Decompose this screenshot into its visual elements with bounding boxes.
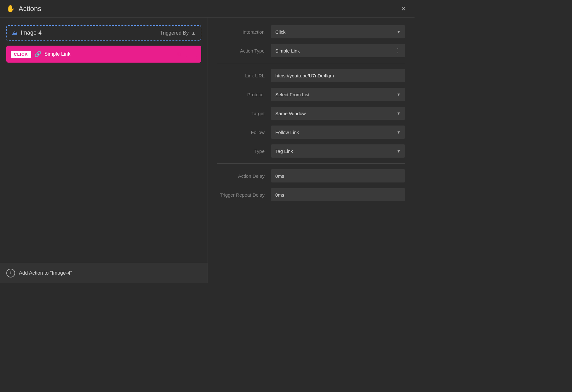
form-row-trigger-repeat-delay: Trigger Repeat Delay 0ms [217,188,405,201]
interaction-dropdown[interactable]: Click ▼ [271,25,405,38]
click-badge: CLICK [11,51,31,58]
right-panel: Interaction Click ▼ Action Type Simple L… [208,18,415,283]
label-follow: Follow [217,130,271,135]
protocol-dropdown[interactable]: Select From List ▼ [271,88,405,101]
trigger-name: Image-4 [21,30,42,36]
chevron-up-icon: ▲ [191,31,196,36]
delete-action-button[interactable]: 🗑 [186,49,197,59]
interaction-value: Click [275,29,286,35]
label-action-type: Action Type [217,48,271,53]
chevron-down-icon-3: ▼ [397,111,401,116]
follow-value: Follow Link [275,130,299,135]
label-type: Type [217,148,271,154]
follow-dropdown[interactable]: Follow Link ▼ [271,126,405,139]
header-left: ✋ Actions [6,5,41,13]
label-target: Target [217,111,271,116]
chevron-down-icon-4: ▼ [397,130,401,135]
form-row-protocol: Protocol Select From List ▼ [217,88,405,101]
trigger-card[interactable]: ⛰ Image-4 Triggered By ▲ [6,25,201,41]
plus-symbol: + [9,270,13,277]
main-layout: ⛰ Image-4 Triggered By ▲ CLICK 🔗 Simple … [0,18,415,283]
panel-header: ✋ Actions × [0,0,415,18]
copy-action-button[interactable]: ⧉ [174,49,184,59]
link-icon: 🔗 [34,51,41,58]
action-type-dropdown[interactable]: Simple Link ⋮ [271,44,405,57]
action-row: CLICK 🔗 Simple Link ⧉ 🗑 [6,46,201,63]
action-row-right: ⧉ 🗑 [174,49,197,59]
type-value: Tag Link [275,148,293,154]
panel-title: Actions [19,5,41,13]
triggered-by-label: Triggered By [160,30,189,36]
add-action-bar[interactable]: + Add Action to "Image-4" [0,263,208,283]
left-panel: ⛰ Image-4 Triggered By ▲ CLICK 🔗 Simple … [0,18,208,283]
label-action-delay: Action Delay [217,173,271,179]
trigger-card-left: ⛰ Image-4 [12,30,42,36]
three-dots-icon: ⋮ [395,47,401,54]
form-row-interaction: Interaction Click ▼ [217,25,405,38]
plus-circle-icon: + [6,269,15,277]
add-action-label: Add Action to "Image-4" [19,270,72,276]
action-delay-value: 0ms [271,169,405,182]
image-icon: ⛰ [12,30,18,36]
target-value: Same Window [275,111,306,116]
triggered-by[interactable]: Triggered By ▲ [160,30,196,36]
target-dropdown[interactable]: Same Window ▼ [271,107,405,120]
action-row-left: CLICK 🔗 Simple Link [11,51,70,58]
label-interaction: Interaction [217,29,271,35]
form-row-action-type: Action Type Simple Link ⋮ [217,44,405,57]
label-link-url: Link URL [217,73,271,78]
action-type-label: Simple Link [44,51,71,57]
label-trigger-repeat-delay: Trigger Repeat Delay [217,192,271,198]
action-type-value: Simple Link [275,48,300,53]
type-dropdown[interactable]: Tag Link ▼ [271,144,405,158]
form-row-target: Target Same Window ▼ [217,107,405,120]
separator-2 [217,163,405,164]
form-row-type: Type Tag Link ▼ [217,144,405,158]
form-row-follow: Follow Follow Link ▼ [217,126,405,139]
chevron-down-icon-2: ▼ [397,92,401,97]
link-url-input-container[interactable] [271,69,405,82]
trigger-repeat-delay-value: 0ms [271,188,405,201]
hand-icon: ✋ [6,5,15,13]
chevron-down-icon-5: ▼ [397,149,401,154]
protocol-value: Select From List [275,92,309,97]
link-url-input[interactable] [275,73,401,78]
chevron-down-icon: ▼ [397,30,401,34]
form-row-action-delay: Action Delay 0ms [217,169,405,182]
form-row-link-url: Link URL [217,69,405,82]
label-protocol: Protocol [217,92,271,97]
separator-1 [217,63,405,63]
close-button[interactable]: × [399,3,408,14]
